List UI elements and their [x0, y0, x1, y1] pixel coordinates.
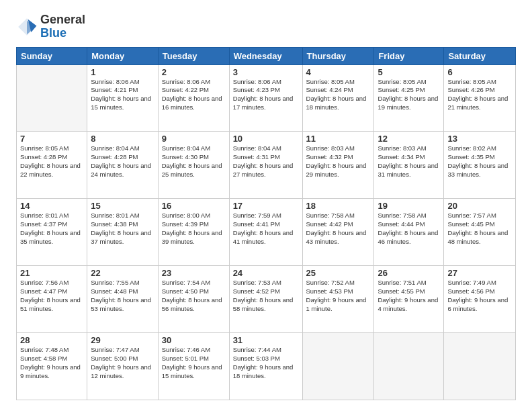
calendar-cell: 28Sunrise: 7:48 AM Sunset: 4:58 PM Dayli… [17, 333, 87, 400]
day-info: Sunrise: 7:48 AM Sunset: 4:58 PM Dayligh… [20, 346, 83, 380]
day-number: 1 [91, 67, 154, 77]
calendar-week-0: 1Sunrise: 8:06 AM Sunset: 4:21 PM Daylig… [17, 64, 516, 132]
calendar-cell: 12Sunrise: 8:03 AM Sunset: 4:34 PM Dayli… [374, 132, 444, 199]
day-info: Sunrise: 8:05 AM Sunset: 4:24 PM Dayligh… [306, 78, 371, 112]
day-info: Sunrise: 7:46 AM Sunset: 5:01 PM Dayligh… [162, 346, 226, 380]
day-number: 28 [20, 335, 83, 345]
day-number: 2 [162, 67, 226, 77]
day-number: 16 [162, 201, 226, 211]
weekday-header-row: SundayMondayTuesdayWednesdayThursdayFrid… [17, 47, 516, 64]
day-number: 11 [306, 134, 371, 144]
day-number: 9 [162, 134, 226, 144]
day-info: Sunrise: 7:44 AM Sunset: 5:03 PM Dayligh… [233, 346, 299, 380]
day-info: Sunrise: 8:00 AM Sunset: 4:39 PM Dayligh… [162, 212, 226, 246]
calendar-table: SundayMondayTuesdayWednesdayThursdayFrid… [16, 47, 516, 400]
weekday-header-sunday: Sunday [17, 47, 87, 64]
day-info: Sunrise: 8:04 AM Sunset: 4:28 PM Dayligh… [91, 144, 154, 179]
calendar-cell: 3Sunrise: 8:06 AM Sunset: 4:23 PM Daylig… [229, 64, 302, 132]
calendar-cell: 16Sunrise: 8:00 AM Sunset: 4:39 PM Dayli… [158, 199, 229, 266]
day-number: 26 [378, 268, 440, 278]
calendar-cell: 10Sunrise: 8:04 AM Sunset: 4:31 PM Dayli… [229, 132, 302, 199]
weekday-header-saturday: Saturday [444, 47, 516, 64]
calendar-cell: 24Sunrise: 7:53 AM Sunset: 4:52 PM Dayli… [229, 266, 302, 333]
calendar-cell: 11Sunrise: 8:03 AM Sunset: 4:32 PM Dayli… [302, 132, 374, 199]
day-info: Sunrise: 8:01 AM Sunset: 4:37 PM Dayligh… [20, 212, 83, 246]
day-number: 17 [233, 201, 299, 211]
day-number: 12 [378, 134, 440, 144]
day-number: 29 [91, 335, 154, 345]
weekday-header-wednesday: Wednesday [229, 47, 302, 64]
day-number: 31 [233, 335, 299, 345]
calendar-week-2: 14Sunrise: 8:01 AM Sunset: 4:37 PM Dayli… [17, 199, 516, 266]
calendar-cell: 7Sunrise: 8:05 AM Sunset: 4:28 PM Daylig… [17, 132, 87, 199]
calendar-cell: 17Sunrise: 7:59 AM Sunset: 4:41 PM Dayli… [229, 199, 302, 266]
day-info: Sunrise: 7:53 AM Sunset: 4:52 PM Dayligh… [233, 279, 299, 313]
day-number: 22 [91, 268, 154, 278]
calendar-cell [17, 64, 87, 132]
calendar-cell: 23Sunrise: 7:54 AM Sunset: 4:50 PM Dayli… [158, 266, 229, 333]
day-info: Sunrise: 8:06 AM Sunset: 4:23 PM Dayligh… [233, 78, 299, 112]
day-number: 18 [306, 201, 371, 211]
day-info: Sunrise: 7:56 AM Sunset: 4:47 PM Dayligh… [20, 279, 83, 313]
day-info: Sunrise: 7:52 AM Sunset: 4:53 PM Dayligh… [306, 279, 371, 313]
page: General Blue SundayMondayTuesdayWednesda… [0, 0, 532, 411]
calendar-week-3: 21Sunrise: 7:56 AM Sunset: 4:47 PM Dayli… [17, 266, 516, 333]
weekday-header-friday: Friday [374, 47, 444, 64]
day-number: 3 [233, 67, 299, 77]
calendar-cell: 20Sunrise: 7:57 AM Sunset: 4:45 PM Dayli… [444, 199, 516, 266]
day-info: Sunrise: 8:02 AM Sunset: 4:35 PM Dayligh… [447, 144, 512, 179]
day-info: Sunrise: 7:54 AM Sunset: 4:50 PM Dayligh… [162, 279, 226, 313]
calendar-cell: 15Sunrise: 8:01 AM Sunset: 4:38 PM Dayli… [87, 199, 159, 266]
calendar-cell: 9Sunrise: 8:04 AM Sunset: 4:30 PM Daylig… [158, 132, 229, 199]
day-info: Sunrise: 7:49 AM Sunset: 4:56 PM Dayligh… [447, 279, 512, 313]
calendar-cell [374, 333, 444, 400]
calendar-cell: 26Sunrise: 7:51 AM Sunset: 4:55 PM Dayli… [374, 266, 444, 333]
day-info: Sunrise: 7:51 AM Sunset: 4:55 PM Dayligh… [378, 279, 440, 313]
day-info: Sunrise: 8:05 AM Sunset: 4:28 PM Dayligh… [20, 144, 83, 179]
day-info: Sunrise: 8:05 AM Sunset: 4:25 PM Dayligh… [378, 78, 440, 112]
day-info: Sunrise: 7:59 AM Sunset: 4:41 PM Dayligh… [233, 212, 299, 246]
logo-icon [16, 16, 38, 38]
day-number: 7 [20, 134, 83, 144]
day-number: 19 [378, 201, 440, 211]
calendar-week-1: 7Sunrise: 8:05 AM Sunset: 4:28 PM Daylig… [17, 132, 516, 199]
calendar-cell: 1Sunrise: 8:06 AM Sunset: 4:21 PM Daylig… [87, 64, 159, 132]
day-info: Sunrise: 8:06 AM Sunset: 4:22 PM Dayligh… [162, 78, 226, 112]
day-number: 27 [447, 268, 512, 278]
calendar-cell: 21Sunrise: 7:56 AM Sunset: 4:47 PM Dayli… [17, 266, 87, 333]
day-number: 23 [162, 268, 226, 278]
calendar-cell: 29Sunrise: 7:47 AM Sunset: 5:00 PM Dayli… [87, 333, 159, 400]
weekday-header-thursday: Thursday [302, 47, 374, 64]
day-info: Sunrise: 8:01 AM Sunset: 4:38 PM Dayligh… [91, 212, 154, 246]
day-number: 4 [306, 67, 371, 77]
logo-text: General Blue [40, 13, 85, 40]
day-number: 14 [20, 201, 83, 211]
day-info: Sunrise: 8:06 AM Sunset: 4:21 PM Dayligh… [91, 78, 154, 112]
calendar-cell: 30Sunrise: 7:46 AM Sunset: 5:01 PM Dayli… [158, 333, 229, 400]
day-number: 24 [233, 268, 299, 278]
day-info: Sunrise: 8:04 AM Sunset: 4:31 PM Dayligh… [233, 144, 299, 179]
calendar-cell: 8Sunrise: 8:04 AM Sunset: 4:28 PM Daylig… [87, 132, 159, 199]
calendar-cell: 4Sunrise: 8:05 AM Sunset: 4:24 PM Daylig… [302, 64, 374, 132]
day-number: 25 [306, 268, 371, 278]
day-info: Sunrise: 7:58 AM Sunset: 4:42 PM Dayligh… [306, 212, 371, 246]
day-info: Sunrise: 7:55 AM Sunset: 4:48 PM Dayligh… [91, 279, 154, 313]
calendar-cell: 13Sunrise: 8:02 AM Sunset: 4:35 PM Dayli… [444, 132, 516, 199]
day-number: 6 [447, 67, 512, 77]
calendar-cell [444, 333, 516, 400]
day-info: Sunrise: 7:47 AM Sunset: 5:00 PM Dayligh… [91, 346, 154, 380]
day-info: Sunrise: 8:03 AM Sunset: 4:34 PM Dayligh… [378, 144, 440, 179]
calendar-cell: 22Sunrise: 7:55 AM Sunset: 4:48 PM Dayli… [87, 266, 159, 333]
day-number: 15 [91, 201, 154, 211]
calendar-cell: 27Sunrise: 7:49 AM Sunset: 4:56 PM Dayli… [444, 266, 516, 333]
day-number: 8 [91, 134, 154, 144]
weekday-header-monday: Monday [87, 47, 159, 64]
calendar-cell: 6Sunrise: 8:05 AM Sunset: 4:26 PM Daylig… [444, 64, 516, 132]
calendar-cell: 31Sunrise: 7:44 AM Sunset: 5:03 PM Dayli… [229, 333, 302, 400]
calendar-cell: 25Sunrise: 7:52 AM Sunset: 4:53 PM Dayli… [302, 266, 374, 333]
calendar-cell: 19Sunrise: 7:58 AM Sunset: 4:44 PM Dayli… [374, 199, 444, 266]
header: General Blue [16, 13, 516, 40]
weekday-header-tuesday: Tuesday [158, 47, 229, 64]
day-info: Sunrise: 8:03 AM Sunset: 4:32 PM Dayligh… [306, 144, 371, 179]
day-info: Sunrise: 8:05 AM Sunset: 4:26 PM Dayligh… [447, 78, 512, 112]
